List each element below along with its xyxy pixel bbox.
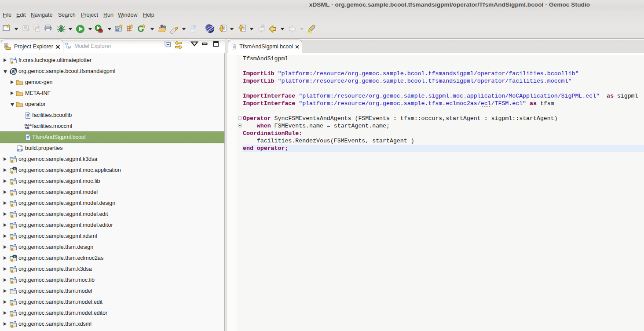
svg-text:Gr: Gr xyxy=(116,29,120,31)
